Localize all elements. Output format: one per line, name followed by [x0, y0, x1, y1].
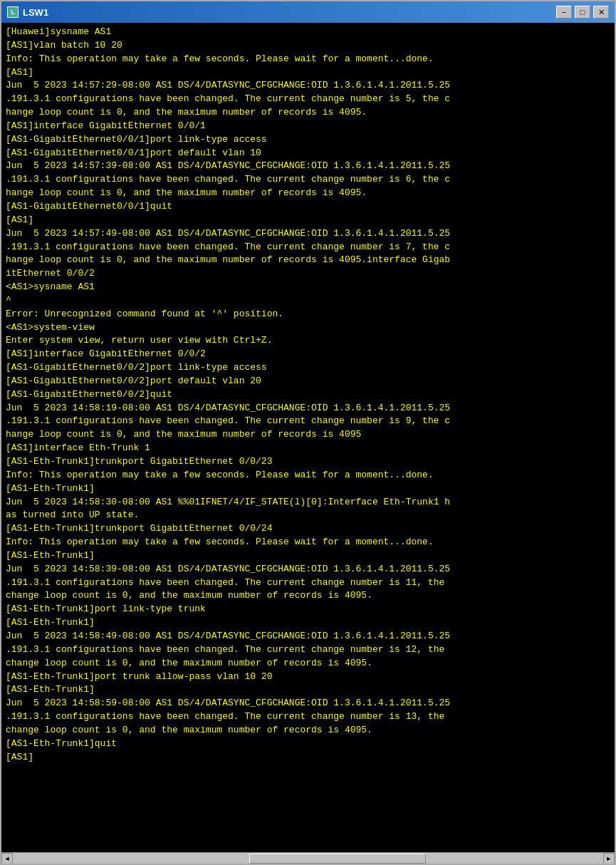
terminal-line: .191.3.1 configurations have been change… — [6, 710, 610, 724]
terminal-line: .191.3.1 configurations have been change… — [6, 241, 610, 254]
title-bar-left: L LSW1 — [7, 6, 48, 18]
terminal-line: Info: This operation may take a few seco… — [6, 536, 610, 549]
terminal-line: [AS1-Eth-Trunk1]port link-type trunk — [6, 603, 610, 616]
terminal-line: [AS1]vlan batch 10 20 — [6, 39, 610, 53]
terminal-line: Jun 5 2023 14:58:59-08:00 AS1 DS/4/DATAS… — [6, 697, 610, 710]
terminal-line: itEthernet 0/0/2 — [6, 267, 610, 281]
scroll-left-button[interactable]: ◄ — [1, 853, 13, 864]
terminal-line: [AS1-GigabitEthernet0/0/2]port link-type… — [6, 361, 610, 375]
terminal-line: [AS1-GigabitEthernet0/0/1]quit — [6, 200, 610, 214]
terminal-line: hange loop count is 0, and the maximum n… — [6, 254, 610, 267]
terminal-window: L LSW1 − □ ✕ [Huawei]sysname AS1[AS1]vla… — [0, 0, 616, 865]
terminal-line: .191.3.1 configurations have been change… — [6, 576, 610, 590]
terminal-line: [AS1-GigabitEthernet0/0/1]port link-type… — [6, 133, 610, 147]
terminal-line: [AS1-Eth-Trunk1] — [6, 683, 610, 697]
terminal-line: change loop count is 0, and the maximum … — [6, 589, 610, 603]
terminal-line: hange loop count is 0, and the maximum n… — [6, 106, 610, 120]
terminal-line: Jun 5 2023 14:58:39-08:00 AS1 DS/4/DATAS… — [6, 563, 610, 576]
terminal-line: Jun 5 2023 14:58:49-08:00 AS1 DS/4/DATAS… — [6, 630, 610, 643]
terminal-line: as turned into UP state. — [6, 509, 610, 522]
terminal-line: Info: This operation may take a few seco… — [6, 53, 610, 66]
terminal-line: hange loop count is 0, and the maximum n… — [6, 187, 610, 200]
terminal-line: [AS1-GigabitEthernet0/0/1]port default v… — [6, 147, 610, 160]
window-title: LSW1 — [23, 7, 48, 18]
terminal-line: [AS1-Eth-Trunk1] — [6, 549, 610, 563]
terminal-line: .191.3.1 configurations have been change… — [6, 643, 610, 657]
window-controls: − □ ✕ — [556, 6, 609, 19]
terminal-line: Jun 5 2023 14:58:30-08:00 AS1 %%01IFNET/… — [6, 496, 610, 509]
minimize-button[interactable]: − — [556, 6, 572, 19]
terminal-output[interactable]: [Huawei]sysname AS1[AS1]vlan batch 10 20… — [1, 23, 615, 852]
terminal-line: [AS1]interface Eth-Trunk 1 — [6, 442, 610, 455]
terminal-line: Jun 5 2023 14:57:29-08:00 AS1 DS/4/DATAS… — [6, 79, 610, 93]
scrollbar-thumb[interactable] — [249, 854, 427, 864]
terminal-line: change loop count is 0, and the maximum … — [6, 657, 610, 670]
terminal-line: [AS1-Eth-Trunk1]port trunk allow-pass vl… — [6, 670, 610, 684]
terminal-line: change loop count is 0, and the maximum … — [6, 724, 610, 737]
terminal-line: ^ — [6, 294, 610, 308]
terminal-line: Info: This operation may take a few seco… — [6, 469, 610, 482]
terminal-line: [AS1]interface GigabitEthernet 0/0/2 — [6, 348, 610, 361]
terminal-line: .191.3.1 configurations have been change… — [6, 173, 610, 187]
maximize-button[interactable]: □ — [575, 6, 590, 19]
terminal-line: [AS1-GigabitEthernet0/0/2]port default v… — [6, 375, 610, 388]
terminal-line: Jun 5 2023 14:57:39-08:00 AS1 DS/4/DATAS… — [6, 160, 610, 173]
terminal-line: hange loop count is 0, and the maximum n… — [6, 428, 610, 442]
terminal-line: <AS1>sysname AS1 — [6, 281, 610, 294]
terminal-line: [AS1-Eth-Trunk1]trunkport GigabitEtherne… — [6, 455, 610, 469]
terminal-line: [AS1-Eth-Trunk1] — [6, 482, 610, 496]
terminal-line: .191.3.1 configurations have been change… — [6, 415, 610, 428]
terminal-line: Enter system view, return user view with… — [6, 334, 610, 348]
title-bar: L LSW1 − □ ✕ — [1, 1, 615, 23]
terminal-line: [AS1] — [6, 66, 610, 80]
terminal-line: Jun 5 2023 14:58:19-08:00 AS1 DS/4/DATAS… — [6, 402, 610, 415]
terminal-line: [AS1-Eth-Trunk1] — [6, 616, 610, 630]
terminal-line: [AS1] — [6, 214, 610, 227]
terminal-line: Jun 5 2023 14:57:49-08:00 AS1 DS/4/DATAS… — [6, 227, 610, 241]
scrollbar-track[interactable] — [13, 853, 603, 864]
terminal-line: Error: Unrecognized command found at '^'… — [6, 308, 610, 321]
close-button[interactable]: ✕ — [593, 6, 609, 19]
terminal-line: [AS1]interface GigabitEthernet 0/0/1 — [6, 120, 610, 133]
terminal-line: .191.3.1 configurations have been change… — [6, 93, 610, 106]
app-icon: L — [7, 6, 19, 18]
terminal-line: [Huawei]sysname AS1 — [6, 26, 610, 39]
terminal-line: [AS1] — [6, 751, 610, 765]
terminal-line: [AS1-Eth-Trunk1]quit — [6, 737, 610, 751]
terminal-area: [Huawei]sysname AS1[AS1]vlan batch 10 20… — [1, 23, 615, 864]
horizontal-scrollbar[interactable]: ◄ ► — [1, 852, 615, 864]
terminal-line: <AS1>system-view — [6, 321, 610, 335]
scroll-right-button[interactable]: ► — [603, 853, 615, 864]
terminal-line: [AS1-GigabitEthernet0/0/2]quit — [6, 388, 610, 402]
terminal-line: [AS1-Eth-Trunk1]trunkport GigabitEtherne… — [6, 522, 610, 536]
